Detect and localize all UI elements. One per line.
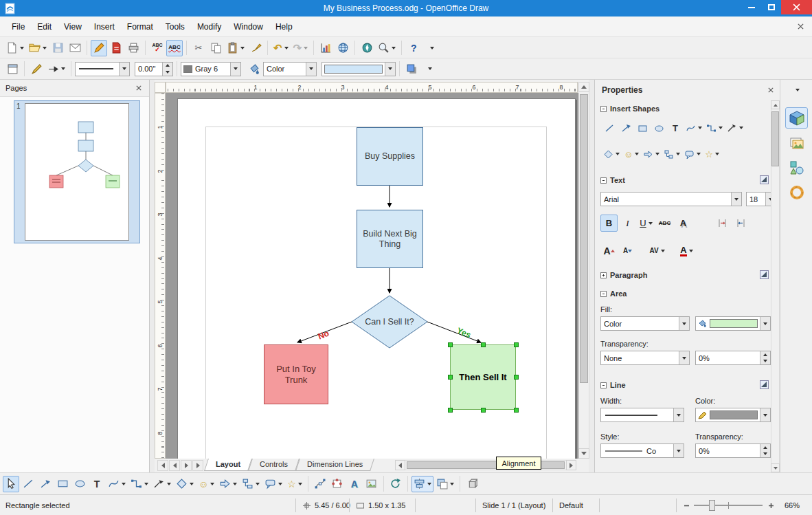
insert-rectangle-button[interactable] [635,120,650,136]
section-text[interactable]: Text [600,176,625,184]
strikethrough-button[interactable]: ABC [656,215,673,232]
menu-window[interactable]: Window [227,19,269,34]
callouts-tool-button[interactable] [262,476,284,492]
scroll-left-button[interactable] [395,460,405,470]
area-transparency-dropdown-icon[interactable] [679,351,689,364]
menu-modify[interactable]: Modify [191,19,227,34]
collapse-icon[interactable] [600,177,607,184]
callout-shapes-button[interactable] [683,146,702,162]
star-shapes-button[interactable]: ☆ [703,146,721,162]
area-style-button[interactable] [246,61,262,77]
basic-shapes-button[interactable] [602,146,621,162]
fill-color-select[interactable] [322,62,396,76]
select-tool-button[interactable] [3,476,19,492]
sidebar-line-color-dropdown-icon[interactable] [760,408,770,421]
undo-button[interactable]: ↶ [271,40,291,56]
sidebar-tab-styles[interactable] [785,182,808,203]
selection-handle-n[interactable] [481,342,486,347]
line-color-name[interactable]: Gray 6 [192,65,230,73]
zoom-button[interactable] [376,40,398,56]
sidebar-line-color-select[interactable] [695,408,771,422]
insert-ellipse-button[interactable] [651,120,666,136]
underline-button[interactable]: U [638,215,655,232]
close-document-button[interactable] [796,22,805,32]
zoom-in-button[interactable] [767,495,775,515]
collapse-icon[interactable] [600,382,607,388]
menu-help[interactable]: Help [269,19,299,34]
block-arrows-tool-button[interactable] [217,476,239,492]
collapse-icon[interactable] [600,291,607,297]
scroll-up-button[interactable] [578,82,589,92]
section-area[interactable]: Area [600,289,627,298]
line-color-dropdown-icon[interactable] [230,63,240,76]
menu-file[interactable]: File [5,19,31,34]
menu-insert[interactable]: Insert [88,19,121,34]
shadow-button[interactable] [403,61,420,77]
glue-points-button[interactable] [329,476,346,492]
navigator-button[interactable] [359,40,375,56]
insert-arrow-button[interactable] [618,120,633,136]
styles-window-button[interactable] [4,61,21,77]
sidebar-tab-properties[interactable] [785,107,808,129]
curve-tool-button[interactable] [106,476,128,492]
drawing-canvas[interactable]: Buy Supplies Build Next Big Thing Can I … [166,93,578,459]
font-size-value[interactable]: 18 [747,195,765,204]
send-mail-button[interactable] [67,40,83,56]
new-document-button[interactable] [4,40,26,56]
font-name-select[interactable]: Arial [600,192,742,206]
area-fill-color-dropdown-icon[interactable] [760,317,770,330]
clone-formatting-button[interactable] [247,40,264,56]
toolbar-overflow-button[interactable] [422,40,439,56]
shrink-font-button[interactable]: A [619,242,636,259]
line-style-dropdown-icon[interactable] [119,63,129,76]
first-page-button[interactable] [157,460,168,471]
flowchart-node-put-in-toy-trunk[interactable]: Put In Toy Trunk [264,344,328,404]
menu-view[interactable]: View [58,19,88,34]
selection-handle-w[interactable] [448,375,453,380]
insert-line-button[interactable] [602,120,617,136]
maximize-button[interactable] [761,0,781,14]
arrow-style-button[interactable] [45,61,67,77]
spellcheck-button[interactable]: ABC✓ [149,40,166,56]
line-width-select[interactable] [600,408,684,422]
symbol-shapes-tool-button[interactable]: ☺ [196,476,216,492]
sidebar-tab-gallery[interactable] [785,132,808,153]
area-transparency-type-select[interactable]: None [600,351,690,365]
selection-handle-s[interactable] [481,408,486,413]
area-transparency-value[interactable]: 0% [696,354,760,362]
text-dialog-launcher[interactable] [760,175,769,184]
area-fill-color-select[interactable] [695,316,771,331]
flowchart-shapes-button[interactable] [662,146,681,162]
ellipse-tool-button[interactable] [71,476,88,492]
line-style-select[interactable] [75,62,130,76]
sidebar-tab-navigator[interactable] [785,157,808,178]
character-spacing-button[interactable]: AV [649,242,666,259]
area-transparency-spinner[interactable]: 0% [695,351,771,365]
paste-button[interactable] [225,40,247,56]
sidebar-splitter[interactable] [589,80,594,472]
line-filling-overflow-button[interactable] [420,61,437,77]
edit-points-button[interactable] [312,476,328,492]
line-arrow-tool-button[interactable] [37,476,54,492]
sidebar-scroll-thumb[interactable] [771,111,779,166]
font-color-button[interactable]: A [678,242,695,259]
line-transparency-spin-icons[interactable] [760,444,770,457]
extrusion-button[interactable] [464,476,480,492]
text-tool-button[interactable]: T [89,476,105,492]
selection-handle-nw[interactable] [448,342,453,347]
increase-spacing-button[interactable] [714,215,731,232]
cut-button[interactable]: ✂ [190,40,207,56]
flowchart-node-then-sell-it[interactable]: Then Sell It [450,344,516,410]
vertical-ruler[interactable]: 1 2 3 4 5 6 7 8 [155,93,166,459]
section-line[interactable]: Line [600,381,626,389]
save-button[interactable] [49,40,66,56]
zoom-slider-thumb[interactable] [709,500,715,511]
insert-lines-arrows-button[interactable] [725,120,745,136]
flowchart-node-can-i-sell-it[interactable]: Can I Sell It? [361,306,418,338]
menu-tools[interactable]: Tools [159,19,191,34]
italic-button[interactable]: I [619,215,636,232]
template-status[interactable]: Default [559,495,583,515]
area-fill-type-value[interactable]: Color [601,320,679,328]
line-style-dropdown-icon[interactable] [673,444,684,457]
open-button[interactable] [27,40,49,56]
